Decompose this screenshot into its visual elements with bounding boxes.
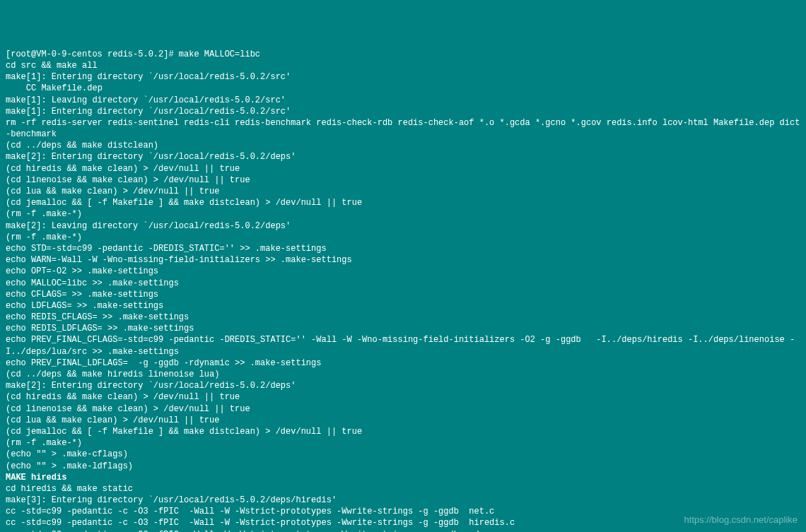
terminal-line: echo REDIS_LDFLAGS= >> .make-settings: [6, 323, 800, 334]
terminal-line: (rm -f .make-*): [6, 208, 800, 220]
terminal-line: MAKE hiredis: [6, 472, 800, 483]
terminal-line: (cd hiredis && make clean) > /dev/null |…: [6, 163, 800, 175]
terminal-line: make[2]: Leaving directory `/usr/local/r…: [6, 220, 800, 232]
terminal-line: echo MALLOC=libc >> .make-settings: [6, 278, 800, 289]
terminal-line: (cd lua && make clean) > /dev/null || tr…: [6, 415, 800, 426]
terminal-line: echo PREV_FINAL_CFLAGS=-std=c99 -pedanti…: [6, 334, 800, 357]
terminal-line: echo REDIS_CFLAGS= >> .make-settings: [6, 312, 800, 323]
terminal-line: echo OPT=-O2 >> .make-settings: [6, 266, 800, 277]
terminal-line: make[3]: Entering directory `/usr/local/…: [6, 495, 800, 506]
watermark-text: https://blog.csdn.net/caplike: [684, 514, 798, 526]
terminal-line: (cd linenoise && make clean) > /dev/null…: [6, 175, 800, 186]
terminal-line: (echo "" > .make-cflags): [6, 449, 800, 460]
terminal-line: (cd ../deps && make hiredis linenoise lu…: [6, 369, 800, 380]
terminal-line: cd hiredis && make static: [6, 483, 800, 495]
terminal-line: rm -rf redis-server redis-sentinel redis…: [6, 117, 800, 140]
terminal-line: (cd ../deps && make distclean): [6, 140, 800, 151]
terminal-line: echo LDFLAGS= >> .make-settings: [6, 300, 800, 312]
terminal-line: CC Makefile.dep: [6, 83, 800, 94]
terminal-line: make[1]: Leaving directory `/usr/local/r…: [6, 95, 800, 106]
terminal-line: echo STD=-std=c99 -pedantic -DREDIS_STAT…: [6, 243, 800, 254]
terminal-line: echo PREV_FINAL_LDFLAGS= -g -ggdb -rdyna…: [6, 357, 800, 369]
terminal-output[interactable]: [root@VM-0-9-centos redis-5.0.2]# make M…: [6, 49, 800, 532]
terminal-line: (cd hiredis && make clean) > /dev/null |…: [6, 391, 800, 403]
terminal-line: make[2]: Entering directory `/usr/local/…: [6, 380, 800, 391]
terminal-line: (cd linenoise && make clean) > /dev/null…: [6, 403, 800, 415]
terminal-line: (rm -f .make-*): [6, 437, 800, 449]
terminal-line: make[1]: Entering directory `/usr/local/…: [6, 106, 800, 117]
terminal-line: cc -std=c99 -pedantic -c -O3 -fPIC -Wall…: [6, 529, 800, 532]
terminal-line: echo CFLAGS= >> .make-settings: [6, 289, 800, 300]
terminal-line: (cd jemalloc && [ -f Makefile ] && make …: [6, 197, 800, 208]
terminal-line: echo WARN=-Wall -W -Wno-missing-field-in…: [6, 254, 800, 266]
terminal-line: make[1]: Entering directory `/usr/local/…: [6, 71, 800, 83]
terminal-line: cc -std=c99 -pedantic -c -O3 -fPIC -Wall…: [6, 506, 800, 517]
terminal-line: make[2]: Entering directory `/usr/local/…: [6, 151, 800, 162]
terminal-line: (echo "" > .make-ldflags): [6, 461, 800, 472]
terminal-line: cc -std=c99 -pedantic -c -O3 -fPIC -Wall…: [6, 517, 800, 528]
terminal-line: cd src && make all: [6, 60, 800, 71]
terminal-line: (cd lua && make clean) > /dev/null || tr…: [6, 186, 800, 197]
terminal-line: (rm -f .make-*): [6, 232, 800, 243]
terminal-line: (cd jemalloc && [ -f Makefile ] && make …: [6, 426, 800, 437]
terminal-line: [root@VM-0-9-centos redis-5.0.2]# make M…: [6, 49, 800, 60]
